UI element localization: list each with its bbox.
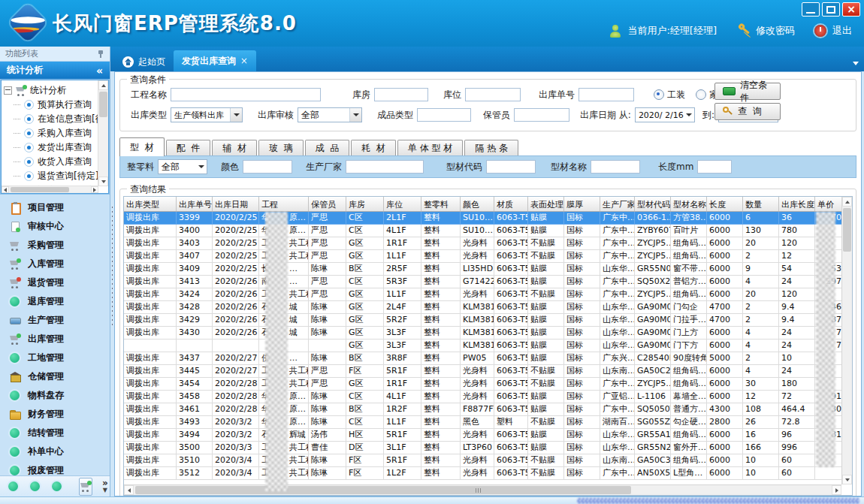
scroll-left-icon[interactable] [124, 485, 134, 495]
table-row[interactable]: 调拨出库34132020/2/26南…严思C区5R3F整料G714226063-… [124, 276, 853, 288]
radio-gongzhuang[interactable] [654, 89, 664, 100]
more-chevron-icon[interactable]: »▼ [102, 480, 108, 493]
column-header[interactable]: 保管员 [309, 197, 346, 211]
column-header[interactable]: 膜厚 [564, 197, 600, 211]
material-tab[interactable]: 型 材 [119, 137, 165, 156]
table-row[interactable]: 调拨出库34032020/2/25工共工程严思G区1R1F整料光身料6063-T… [124, 237, 853, 250]
tab-close-icon[interactable]: × [240, 56, 248, 66]
project-name-input[interactable] [171, 88, 321, 101]
sidebar-item-审核中心[interactable]: 审核中心 [0, 217, 110, 236]
scroll-right-icon[interactable] [91, 186, 98, 193]
material-tab[interactable]: 玻 璃 [258, 140, 304, 156]
column-header[interactable]: 整零料 [421, 197, 461, 211]
column-header[interactable]: 型材名称 [671, 197, 707, 211]
order-no-input[interactable] [579, 88, 634, 101]
tree-item[interactable]: 收货入库查询 [4, 155, 98, 169]
table-row[interactable]: 调拨出库34582020/2/28华原…陈琳C区4L1F整料光身料6063-T5… [124, 391, 853, 403]
sidebar-item-退货管理[interactable]: 退货管理 [0, 273, 110, 292]
grid-vertical-scrollbar[interactable] [841, 197, 852, 484]
sidebar-item-财务管理[interactable]: 财务管理 [0, 405, 110, 424]
scrollbar-thumb[interactable] [11, 187, 69, 192]
grid-horizontal-scrollbar[interactable] [124, 484, 841, 495]
green-dot-icon[interactable] [8, 481, 20, 492]
scroll-right-icon[interactable] [832, 485, 841, 495]
table-row[interactable]: 调拨出库34242020/2/26工共工程严思G区1L1F整料光身料6063-T… [124, 288, 853, 301]
whole-part-select[interactable]: 全部 [158, 159, 207, 174]
table-row[interactable]: 调拨出库34942020/3/2石辉城汤伟H区5R1F整料光身料6063-T5贴… [124, 429, 853, 442]
column-header[interactable]: 生产厂家 [600, 197, 635, 211]
table-row[interactable]: 调拨出库34932020/3/2华原…陈琳C区1L1F整料黑色塑料不贴膜国标湖南… [124, 416, 853, 429]
collapse-icon[interactable]: « [96, 65, 103, 77]
sidebar-item-补单中心[interactable]: 补单中心 [0, 442, 110, 461]
minimize-icon[interactable] [802, 2, 820, 17]
pin-icon[interactable] [97, 50, 104, 58]
green-dot-icon[interactable] [51, 481, 63, 492]
out-type-select[interactable]: 生产领料出库 [171, 107, 243, 122]
scroll-left-icon[interactable] [2, 186, 9, 193]
sidebar-item-结转管理[interactable]: 结转管理 [0, 424, 110, 442]
scroll-down-icon[interactable] [842, 475, 852, 484]
material-tab[interactable]: 辅 材 [212, 140, 257, 156]
cart-button[interactable] [79, 478, 92, 496]
profile-code-input[interactable] [486, 160, 536, 174]
radio-gongzhuang-label[interactable]: 工装 [667, 89, 685, 101]
tab-home[interactable]: 起始页 [114, 52, 174, 71]
table-row[interactable]: 调拨出库34002020/2/25华原…严思C区4L1F整料SU10…6063-… [124, 225, 853, 237]
column-header[interactable]: 颜色 [461, 197, 494, 211]
tree-item[interactable]: 在途信息查询[待定] [4, 112, 98, 126]
material-tab[interactable]: 配 件 [166, 140, 211, 156]
table-row[interactable]: 调拨出库35002020/3/3工共工程曹佳D区3L1F整料LT3P606063… [124, 442, 853, 454]
product-type-input[interactable] [417, 108, 471, 122]
material-tab[interactable]: 单 体 型 材 [397, 140, 463, 156]
sidebar-item-物料盘存[interactable]: 物料盘存 [0, 386, 110, 405]
close-icon[interactable] [842, 2, 860, 17]
date-from-picker[interactable]: 2020/ 2/16 [635, 107, 695, 122]
sidebar-group-header[interactable]: 统计分析 « [0, 62, 110, 79]
column-header[interactable]: 长度 [707, 197, 743, 211]
column-header[interactable]: 出库类型 [124, 197, 177, 211]
tree-root[interactable]: 统计分析 [4, 83, 98, 98]
change-password-button[interactable]: 修改密码 [756, 24, 795, 38]
table-row[interactable]: 调拨出库34542020/2/28工共工程严思G区1R1F整料光身料6063-T… [124, 378, 853, 391]
tree-item[interactable]: 退货查询[待定] [4, 169, 98, 183]
tree-item[interactable]: 发货出库查询 [4, 140, 98, 155]
scroll-up-icon[interactable] [98, 80, 108, 90]
sidebar-item-出库管理[interactable]: 出库管理 [0, 330, 110, 349]
material-tab[interactable]: 耗 材 [351, 140, 396, 156]
column-header[interactable]: 出库长度 [779, 197, 815, 211]
scrollbar-thumb[interactable] [843, 208, 851, 252]
scrollbar-grip-icon[interactable] [476, 488, 482, 493]
profile-name-input[interactable] [591, 160, 640, 174]
scrollbar-thumb[interactable] [99, 92, 107, 117]
tab-shipping-outbound-query[interactable]: 发货出库查询 × [174, 50, 256, 71]
scrollbar-thumb[interactable] [135, 486, 631, 494]
column-header[interactable]: 数量 [743, 197, 779, 211]
table-row[interactable]: 调拨出库33992020/2/25华原…严思C区2L1F整料SU10…6063-… [124, 212, 853, 225]
length-input[interactable] [697, 160, 732, 174]
sidebar-item-采购管理[interactable]: 采购管理 [0, 236, 110, 255]
tree-horizontal-scrollbar[interactable] [2, 186, 98, 193]
tree-expander-icon[interactable] [4, 86, 12, 95]
table-row[interactable]: 调拨出库34292020/2/26石城陈琳G区5R2F整料KLM38176063… [124, 314, 853, 327]
audit-select[interactable]: 全部 [298, 107, 362, 122]
search-button[interactable]: 查 询 [714, 103, 781, 120]
scroll-down-icon[interactable] [98, 177, 108, 186]
maximize-icon[interactable] [822, 2, 840, 17]
color-input[interactable] [243, 160, 292, 174]
location-input[interactable] [465, 88, 521, 101]
column-header[interactable]: 工程 [259, 197, 309, 211]
sidebar-item-报废管理[interactable]: 报废管理 [0, 461, 110, 475]
green-dot-icon[interactable] [29, 481, 41, 492]
sidebar-item-工地管理[interactable]: 工地管理 [0, 349, 110, 367]
clear-conditions-button[interactable]: 清空条件 [714, 83, 781, 100]
sidebar-item-项目管理[interactable]: 项目管理 [0, 198, 110, 217]
tree-vertical-scrollbar[interactable] [98, 80, 108, 186]
table-row[interactable]: 调拨出库34072020/2/25工共工程严思G区1L1F整料光身料6063-T… [124, 250, 853, 263]
column-header[interactable]: 表面处理 [528, 197, 564, 211]
sidebar-item-入库管理[interactable]: 入库管理 [0, 255, 110, 273]
column-header[interactable]: 型材代码 [635, 197, 671, 211]
table-row[interactable]: 调拨出库34302020/2/26石城陈琳G区3L3F整料KLM38176063… [124, 327, 853, 340]
table-row[interactable]: 调拨出库35122020/3/4工共工程陈琳F区1L2F整料光身料6063-T5… [124, 467, 853, 480]
sidebar-item-仓储管理[interactable]: 仓储管理 [0, 367, 110, 386]
column-header[interactable]: 出库单号 [177, 197, 213, 211]
